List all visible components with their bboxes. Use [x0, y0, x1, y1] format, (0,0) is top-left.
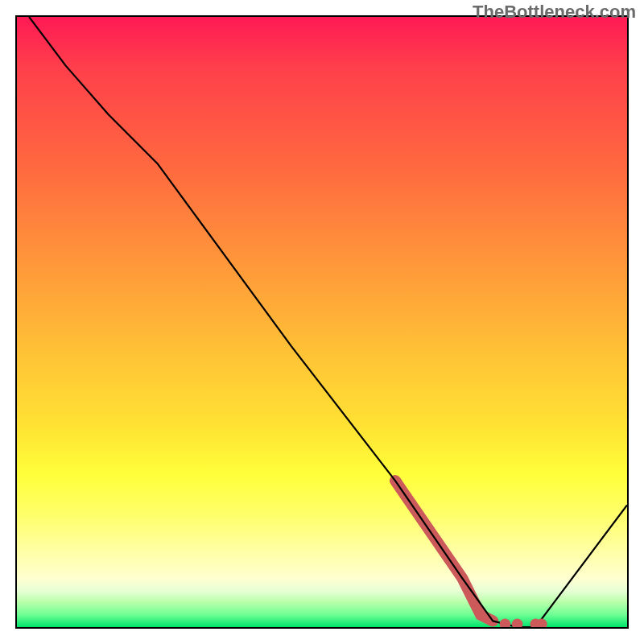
attribution-label: TheBottleneck.com: [473, 2, 636, 23]
plot-area: [17, 17, 627, 627]
chart-overlay: [17, 17, 627, 627]
optimal-marker-dot: [500, 618, 511, 627]
optimal-marker-dots: [500, 618, 547, 627]
chart-canvas: TheBottleneck.com: [0, 0, 644, 644]
optimal-marker-dot: [512, 618, 523, 627]
bottleneck-curve: [29, 17, 627, 627]
